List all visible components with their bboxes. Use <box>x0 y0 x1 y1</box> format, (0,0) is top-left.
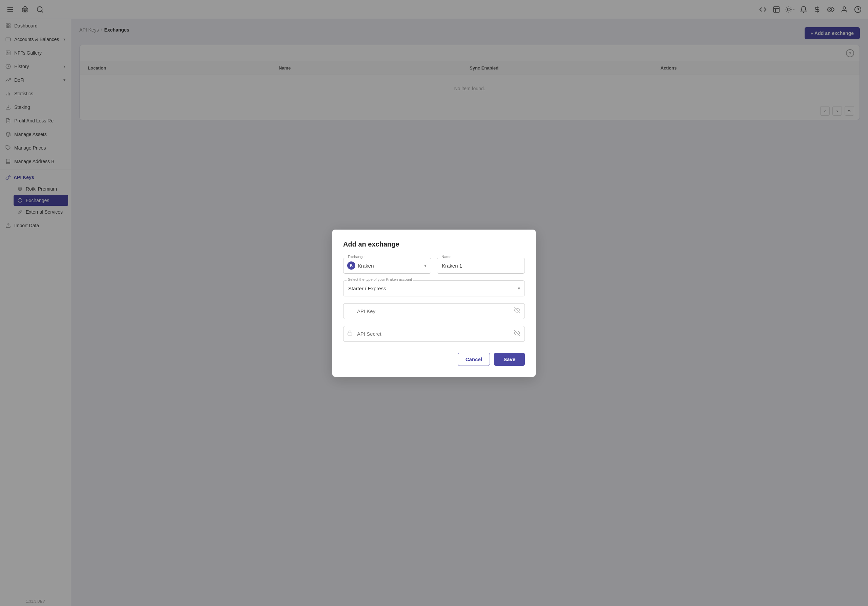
name-field: Name <box>437 258 525 274</box>
cancel-button[interactable]: Cancel <box>458 353 490 366</box>
account-type-label: Select the type of your Kraken account <box>347 277 413 282</box>
account-type-select[interactable]: Starter / Express Pro <box>343 281 525 296</box>
modal-overlay[interactable]: Add an exchange Exchange Kraken K Name <box>0 0 868 606</box>
account-type-field: Select the type of your Kraken account S… <box>343 281 525 296</box>
exchange-select[interactable]: Kraken <box>343 258 431 274</box>
name-label: Name <box>440 255 453 259</box>
name-input[interactable] <box>437 258 525 274</box>
eye-off-icon-key[interactable] <box>514 307 520 315</box>
modal-actions: Cancel Save <box>343 353 525 366</box>
api-secret-input[interactable] <box>343 326 525 342</box>
api-key-field <box>343 303 525 319</box>
add-exchange-modal: Add an exchange Exchange Kraken K Name <box>332 229 536 377</box>
api-secret-field <box>343 326 525 342</box>
svg-rect-45 <box>348 333 352 335</box>
exchange-label: Exchange <box>347 255 366 259</box>
lock-icon <box>347 330 353 337</box>
eye-off-icon-secret[interactable] <box>514 330 520 338</box>
api-key-input[interactable] <box>343 303 525 319</box>
save-button[interactable]: Save <box>494 353 525 366</box>
exchange-field: Exchange Kraken K <box>343 258 431 274</box>
exchange-select-wrapper: Kraken K <box>343 258 431 274</box>
modal-row-exchange-name: Exchange Kraken K Name <box>343 258 525 274</box>
modal-title: Add an exchange <box>343 240 525 248</box>
account-type-select-wrapper: Select the type of your Kraken account S… <box>343 281 525 296</box>
